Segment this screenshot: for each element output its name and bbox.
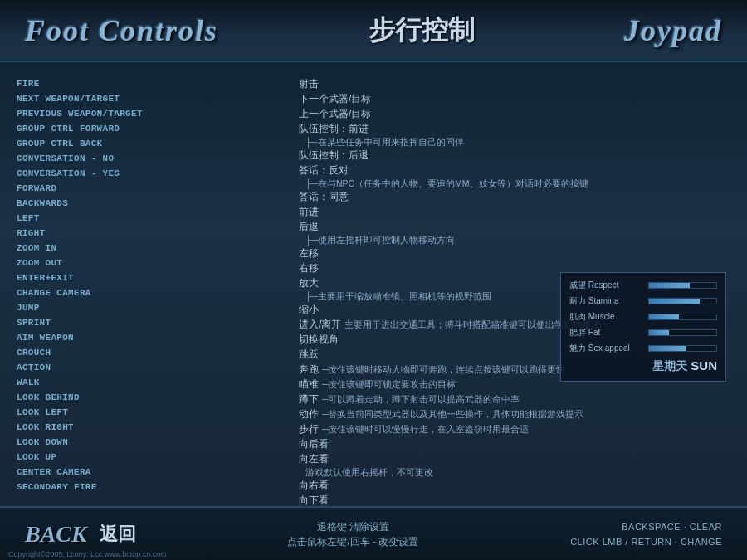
control-cn-2: 上一个武器/目标 xyxy=(299,106,730,121)
control-en-24: LOOK DOWN xyxy=(17,435,299,450)
main-content: FIRENEXT WEAPON/TARGETPREVIOUS WEAPON/TA… xyxy=(0,66,747,506)
stat-bar-fill-2 xyxy=(649,314,679,319)
stat-bar-fill-1 xyxy=(649,299,700,304)
control-cn-8: 后退├─使用左摇杆即可控制人物移动方向 xyxy=(299,219,730,246)
control-en-9: LEFT xyxy=(17,211,299,226)
control-cn-4: 队伍控制：后退 xyxy=(299,148,730,163)
control-en-19: ACTION xyxy=(17,360,299,375)
stat-bar-bg-4 xyxy=(648,345,717,352)
control-cn-22: 向左看游戏默认使用右摇杆，不可更改 xyxy=(299,451,730,478)
control-en-20: WALK xyxy=(17,375,299,390)
stat-bar-bg-3 xyxy=(648,329,717,336)
control-en-10: RIGHT xyxy=(17,226,299,241)
footer-right-line1: BACKSPACE · CLEAR xyxy=(570,519,722,534)
footer-right: BACKSPACE · CLEAR CLICK LMB / RETURN · C… xyxy=(570,519,722,549)
stat-bar-bg-0 xyxy=(648,282,717,289)
control-cn-3: 队伍控制：前进├─在某些任务中可用来指挥自己的同伴 xyxy=(299,121,730,148)
control-en-2: PREVIOUS WEAPON/TARGET xyxy=(17,106,299,121)
controls-right-col: 射击下一个武器/目标上一个武器/目标队伍控制：前进├─在某些任务中可用来指挥自己… xyxy=(299,75,730,498)
control-en-22: LOOK LEFT xyxy=(17,405,299,420)
control-en-12: ZOOM OUT xyxy=(17,256,299,270)
stat-row-2: 肌肉 Muscle xyxy=(569,311,717,323)
control-en-17: AIM WEAPON xyxy=(17,330,299,345)
control-cn-5: 答话：反对├─在与NPC（任务中的人物、要追的MM、妓女等）对话时必要的按键 xyxy=(299,163,730,189)
copyright: Copyright©2005, Lcony: Lcc.www.bctop.cn.… xyxy=(8,550,167,558)
stat-label-0: 威望 Respect xyxy=(569,280,644,291)
control-en-5: CONVERSATION - NO xyxy=(17,151,299,166)
back-button-area[interactable]: BACK 返回 xyxy=(25,521,136,548)
control-en-23: LOOK RIGHT xyxy=(17,420,299,435)
control-en-15: JUMP xyxy=(17,300,299,315)
stat-bar-fill-3 xyxy=(649,330,669,335)
control-en-0: FIRE xyxy=(17,76,299,91)
day-label-text: 星期天 SUN xyxy=(652,359,717,373)
stat-label-1: 耐力 Stamina xyxy=(569,295,644,307)
footer-center-line1: 退格键 清除设置 xyxy=(287,519,418,534)
footer: BACK 返回 退格键 清除设置 点击鼠标左键/回车 - 改变设置 BACKSP… xyxy=(0,506,747,560)
stat-label-3: 肥胖 Fat xyxy=(569,327,644,338)
control-en-11: ZOOM IN xyxy=(17,241,299,256)
controls-left-col: FIRENEXT WEAPON/TARGETPREVIOUS WEAPON/TA… xyxy=(17,75,299,498)
stat-bar-fill-0 xyxy=(649,283,690,288)
control-cn-21: 向后看 xyxy=(299,436,730,451)
header: Foot Controls 步行控制 Joypad xyxy=(0,0,747,62)
control-en-14: CHANGE CAMERA xyxy=(17,285,299,300)
control-cn-0: 射击 xyxy=(299,76,730,91)
header-center-title: 步行控制 xyxy=(369,12,475,49)
back-en-label: BACK xyxy=(25,521,87,548)
control-cn-23: 向右看 xyxy=(299,478,730,493)
control-en-25: LOOK UP xyxy=(17,450,299,465)
stat-bar-bg-1 xyxy=(648,298,717,304)
stat-row-3: 肥胖 Fat xyxy=(569,327,717,338)
control-en-16: SPRINT xyxy=(17,315,299,330)
control-en-21: LOOK BEHIND xyxy=(17,390,299,405)
footer-row-1: BACK 返回 退格键 清除设置 点击鼠标左键/回车 - 改变设置 BACKSP… xyxy=(0,519,747,549)
control-en-4: GROUP CTRL BACK xyxy=(17,136,299,151)
control-cn-9: 左移 xyxy=(299,246,730,261)
control-cn-18: 蹲下─可以蹲着走动，蹲下射击可以提高武器的命中率 xyxy=(299,392,730,407)
stat-row-1: 耐力 Stamina xyxy=(569,295,717,307)
control-en-7: FORWARD xyxy=(17,181,299,196)
footer-center-line2: 点击鼠标左键/回车 - 改变设置 xyxy=(287,534,418,549)
day-label: 星期天 SUN xyxy=(569,358,717,374)
stat-label-4: 魅力 Sex appeal xyxy=(569,343,644,354)
control-cn-1: 下一个武器/目标 xyxy=(299,91,730,106)
control-en-3: GROUP CTRL FORWARD xyxy=(17,121,299,136)
header-left-title: Foot Controls xyxy=(25,13,218,48)
control-en-1: NEXT WEAPON/TARGET xyxy=(17,91,299,106)
control-cn-19: 动作─替换当前同类型武器以及其他一些操作，具体功能根据游戏提示 xyxy=(299,407,730,421)
control-en-26: CENTER CAMERA xyxy=(17,465,299,480)
header-right-title: Joypad xyxy=(624,13,722,48)
control-en-13: ENTER+EXIT xyxy=(17,270,299,285)
control-en-8: BACKWARDS xyxy=(17,196,299,211)
footer-center: 退格键 清除设置 点击鼠标左键/回车 - 改变设置 xyxy=(287,519,418,549)
control-cn-20: 步行─按住该键时可以慢慢行走，在入室盗窃时用最合适 xyxy=(299,421,730,436)
back-cn-label: 返回 xyxy=(100,522,136,547)
control-cn-7: 前进 xyxy=(299,204,730,219)
control-en-6: CONVERSATION - YES xyxy=(17,166,299,181)
control-cn-6: 答话：同意 xyxy=(299,189,730,204)
stat-label-2: 肌肉 Muscle xyxy=(569,311,644,323)
stats-panel: 威望 Respect耐力 Stamina肌肉 Muscle肥胖 Fat魅力 Se… xyxy=(560,272,726,382)
stat-row-0: 威望 Respect xyxy=(569,280,717,291)
stat-row-4: 魅力 Sex appeal xyxy=(569,343,717,354)
stat-bar-bg-2 xyxy=(648,314,717,320)
stat-bar-fill-4 xyxy=(649,346,686,351)
control-en-27: SECONDARY FIRE xyxy=(17,480,299,494)
control-en-18: CROUCH xyxy=(17,345,299,360)
footer-right-line2: CLICK LMB / RETURN · CHANGE xyxy=(570,534,722,549)
